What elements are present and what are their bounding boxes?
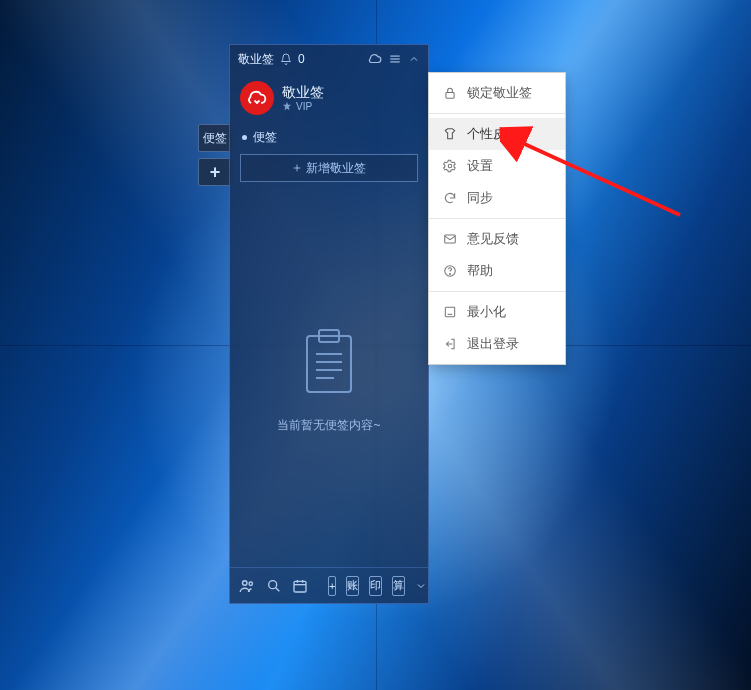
empty-text: 当前暂无便签内容~ bbox=[277, 417, 380, 434]
menu-lock-label: 锁定敬业签 bbox=[467, 84, 532, 102]
menu-separator bbox=[429, 291, 565, 292]
side-tab-stack: 便签 + bbox=[198, 124, 232, 186]
section-header: 便签 bbox=[230, 125, 428, 154]
menu-feedback[interactable]: 意见反馈 bbox=[429, 223, 565, 255]
search-icon[interactable] bbox=[266, 578, 282, 594]
vip-badge: VIP bbox=[282, 101, 324, 112]
svg-point-11 bbox=[243, 580, 248, 585]
side-tab-note[interactable]: 便签 bbox=[198, 124, 232, 152]
avatar[interactable] bbox=[240, 81, 274, 115]
bottom-sq-print[interactable]: 印 bbox=[369, 576, 382, 596]
dropdown-menu: 锁定敬业签 个性皮肤 设置 同步 意见反馈 帮助 最小化 退出登录 bbox=[428, 72, 566, 365]
menu-feedback-label: 意见反馈 bbox=[467, 230, 519, 248]
add-note-label: 新增敬业签 bbox=[306, 160, 366, 177]
svg-point-12 bbox=[249, 582, 252, 585]
menu-skin[interactable]: 个性皮肤 bbox=[429, 118, 565, 150]
profile-row: 敬业签 VIP bbox=[230, 73, 428, 125]
menu-minimize-label: 最小化 bbox=[467, 303, 506, 321]
menu-logout[interactable]: 退出登录 bbox=[429, 328, 565, 360]
menu-sync-label: 同步 bbox=[467, 189, 493, 207]
svg-rect-24 bbox=[445, 307, 454, 316]
menu-help[interactable]: 帮助 bbox=[429, 255, 565, 287]
contacts-icon[interactable] bbox=[238, 577, 256, 595]
menu-settings[interactable]: 设置 bbox=[429, 150, 565, 182]
chevron-up-icon[interactable] bbox=[408, 53, 420, 65]
bottom-sq-account[interactable]: 账 bbox=[346, 576, 359, 596]
side-tab-add[interactable]: + bbox=[198, 158, 232, 186]
bottom-bar: + 账 印 算 bbox=[230, 567, 428, 603]
menu-logout-label: 退出登录 bbox=[467, 335, 519, 353]
menu-sync[interactable]: 同步 bbox=[429, 182, 565, 214]
svg-rect-15 bbox=[294, 581, 306, 592]
app-window: 敬业签 0 敬业签 VIP 便签 新增敬 bbox=[229, 44, 429, 604]
menu-skin-label: 个性皮肤 bbox=[467, 125, 519, 143]
bottom-sq-add[interactable]: + bbox=[328, 576, 336, 596]
app-title: 敬业签 bbox=[238, 51, 274, 68]
svg-point-20 bbox=[448, 164, 452, 168]
svg-rect-19 bbox=[446, 92, 454, 98]
section-title: 便签 bbox=[253, 129, 277, 146]
clipboard-icon bbox=[301, 328, 357, 399]
svg-point-13 bbox=[269, 580, 277, 588]
calendar-icon[interactable] bbox=[292, 578, 308, 594]
bottom-sq-calc[interactable]: 算 bbox=[392, 576, 405, 596]
bullet-icon bbox=[242, 135, 247, 140]
menu-lines-icon[interactable] bbox=[388, 52, 402, 66]
chevron-down-icon[interactable] bbox=[415, 580, 427, 592]
add-note-button[interactable]: 新增敬业签 bbox=[240, 154, 418, 182]
svg-rect-5 bbox=[307, 336, 351, 392]
brand-name: 敬业签 bbox=[282, 85, 324, 99]
menu-separator bbox=[429, 218, 565, 219]
menu-separator bbox=[429, 113, 565, 114]
menu-minimize[interactable]: 最小化 bbox=[429, 296, 565, 328]
bell-icon[interactable] bbox=[280, 53, 292, 65]
notification-count: 0 bbox=[298, 52, 305, 66]
cloud-sync-icon[interactable] bbox=[368, 52, 382, 66]
svg-point-23 bbox=[450, 273, 451, 274]
menu-lock[interactable]: 锁定敬业签 bbox=[429, 77, 565, 109]
titlebar: 敬业签 0 bbox=[230, 45, 428, 73]
empty-state: 当前暂无便签内容~ bbox=[230, 194, 428, 567]
menu-help-label: 帮助 bbox=[467, 262, 493, 280]
svg-line-14 bbox=[276, 587, 280, 591]
menu-settings-label: 设置 bbox=[467, 157, 493, 175]
